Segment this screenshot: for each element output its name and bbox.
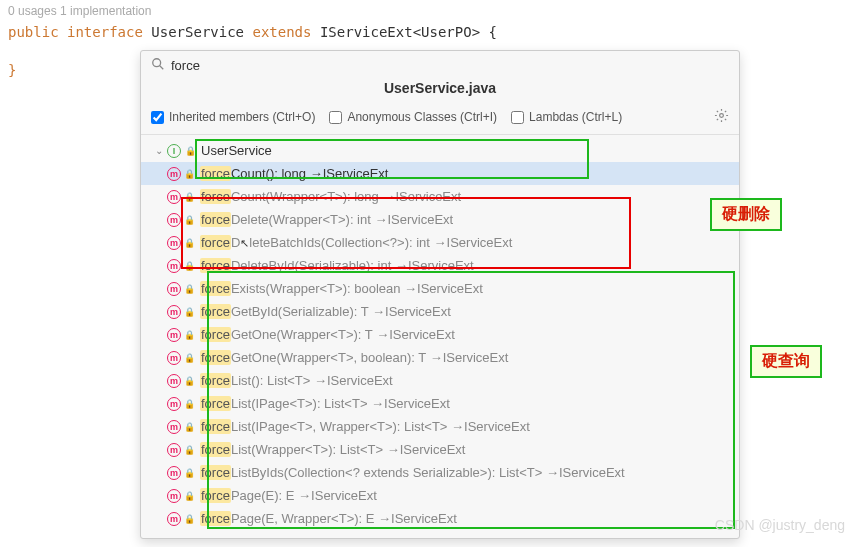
tree-item[interactable]: m🔒forcePage(E): E →IServiceExt [141,484,739,507]
method-icon: m [167,328,181,342]
method-icon: m [167,213,181,227]
cursor-icon: ↖ [240,237,249,249]
method-icon: m [167,397,181,411]
match-highlight: force [200,281,231,296]
method-signature: D↖leteBatchIds(Collection<?>): int →ISer… [231,235,512,250]
tree-item[interactable]: m🔒forcePage(E, Wrapper<T>): E →IServiceE… [141,507,739,530]
method-icon: m [167,489,181,503]
root-label: UserService [201,143,272,158]
tree-item[interactable]: m🔒forceList(IPage<T>): List<T> →IService… [141,392,739,415]
opt-label: Anonymous Classes (Ctrl+I) [347,110,497,124]
match-highlight: force [200,350,231,365]
match-highlight: force [200,327,231,342]
lambdas-checkbox[interactable] [511,111,524,124]
opt-anon[interactable]: Anonymous Classes (Ctrl+I) [329,110,497,124]
kw-extends: extends [252,24,311,40]
method-icon: m [167,259,181,273]
method-signature: List(): List<T> →IServiceExt [231,373,393,388]
method-signature: Count(Wrapper<T>): long →IServiceExt [231,189,461,204]
generic: <UserPO> [413,24,480,40]
annotation-hard-query: 硬查询 [750,345,822,378]
opt-inherited[interactable]: Inherited members (Ctrl+O) [151,110,315,124]
kw-interface: interface [67,24,143,40]
tree: ⌄ I 🔒 UserService m🔒forceCount(): long →… [141,135,739,538]
lock-icon: 🔒 [184,399,195,409]
tree-item[interactable]: m🔒forceCount(Wrapper<T>): long →IService… [141,185,739,208]
chevron-down-icon[interactable]: ⌄ [155,145,165,156]
match-highlight: force [200,258,231,273]
interface-icon: I [167,144,181,158]
method-icon: m [167,351,181,365]
method-icon: m [167,282,181,296]
method-signature: ListByIds(Collection<? extends Serializa… [231,465,625,480]
method-signature: Page(E, Wrapper<T>): E →IServiceExt [231,511,457,526]
match-highlight: force [200,465,231,480]
method-icon: m [167,236,181,250]
lock-icon: 🔒 [184,215,195,225]
match-highlight: force [200,166,231,181]
method-signature: Exists(Wrapper<T>): boolean →IServiceExt [231,281,483,296]
base-type: IServiceExt [320,24,413,40]
match-highlight: force [200,442,231,457]
method-signature: GetOne(Wrapper<T>): T →IServiceExt [231,327,455,342]
lock-icon: 🔒 [184,491,195,501]
method-icon: m [167,420,181,434]
method-icon: m [167,167,181,181]
tree-item[interactable]: m🔒forceDeleteById(Serializable): int →IS… [141,254,739,277]
tree-item[interactable]: m🔒forceExists(Wrapper<T>): boolean →ISer… [141,277,739,300]
svg-point-0 [153,59,161,67]
match-highlight: force [200,235,231,250]
structure-popup: UserService.java Inherited members (Ctrl… [140,50,740,539]
method-signature: DeleteById(Serializable): int →IServiceE… [231,258,474,273]
watermark: CSDN @justry_deng [715,517,845,533]
lock-icon: 🔒 [184,307,195,317]
lock-icon: 🔒 [184,330,195,340]
match-highlight: force [200,511,231,526]
search-row [141,51,739,76]
method-icon: m [167,374,181,388]
lock-icon: 🔒 [185,146,196,156]
opt-label: Lambdas (Ctrl+L) [529,110,622,124]
tree-item[interactable]: m🔒forceGetOne(Wrapper<T>, boolean): T →I… [141,346,739,369]
lock-icon: 🔒 [184,376,195,386]
method-signature: GetById(Serializable): T →IServiceExt [231,304,451,319]
tree-item[interactable]: m🔒forceListByIds(Collection<? extends Se… [141,461,739,484]
match-highlight: force [200,304,231,319]
tree-item[interactable]: m🔒forceList(): List<T> →IServiceExt [141,369,739,392]
method-icon: m [167,466,181,480]
match-highlight: force [200,396,231,411]
method-signature: Count(): long →IServiceExt [231,166,389,181]
tree-item[interactable]: m🔒forceCount(): long →IServiceExt [141,162,739,185]
match-highlight: force [200,488,231,503]
annotation-hard-delete: 硬删除 [710,198,782,231]
tree-item[interactable]: m🔒forceDelete(Wrapper<T>): int →IService… [141,208,739,231]
method-signature: Delete(Wrapper<T>): int →IServiceExt [231,212,453,227]
gear-icon[interactable] [714,108,729,126]
kw-public: public [8,24,59,40]
brace-open: { [480,24,497,40]
lock-icon: 🔒 [184,284,195,294]
method-signature: List(Wrapper<T>): List<T> →IServiceExt [231,442,466,457]
search-input[interactable] [171,58,291,73]
tree-item[interactable]: m🔒forceList(IPage<T>, Wrapper<T>): List<… [141,415,739,438]
method-icon: m [167,512,181,526]
match-highlight: force [200,189,231,204]
anon-checkbox[interactable] [329,111,342,124]
lock-icon: 🔒 [184,422,195,432]
inherited-checkbox[interactable] [151,111,164,124]
code-line-decl: public interface UserService extends ISe… [0,22,857,42]
lock-icon: 🔒 [184,514,195,524]
method-signature: List(IPage<T>): List<T> →IServiceExt [231,396,450,411]
svg-point-2 [720,114,724,118]
lock-icon: 🔒 [184,192,195,202]
options-row: Inherited members (Ctrl+O) Anonymous Cla… [141,104,739,135]
popup-title: UserService.java [141,76,739,104]
tree-item[interactable]: m🔒forceD↖leteBatchIds(Collection<?>): in… [141,231,739,254]
match-highlight: force [200,212,231,227]
tree-item[interactable]: m🔒forceGetById(Serializable): T →IServic… [141,300,739,323]
tree-item[interactable]: m🔒forceGetOne(Wrapper<T>): T →IServiceEx… [141,323,739,346]
lock-icon: 🔒 [184,353,195,363]
tree-item[interactable]: m🔒forceList(Wrapper<T>): List<T> →IServi… [141,438,739,461]
opt-lambdas[interactable]: Lambdas (Ctrl+L) [511,110,622,124]
tree-root[interactable]: ⌄ I 🔒 UserService [141,139,739,162]
